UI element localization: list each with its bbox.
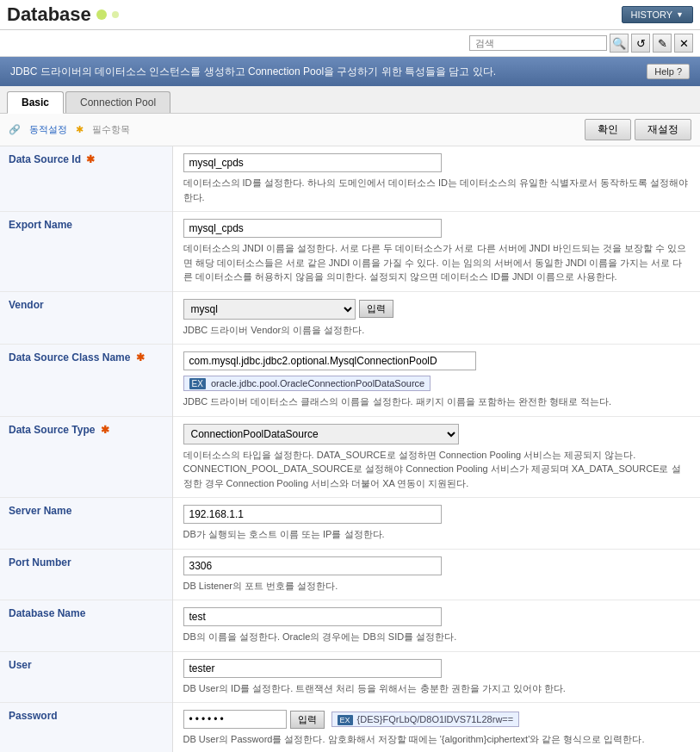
label-user: User	[0, 651, 172, 703]
user-input[interactable]	[183, 659, 442, 678]
content-area: 🔗 동적설정 ✱ 필수항목 확인 재설정 Data Source Id ✱ 데이…	[0, 114, 700, 752]
row-password: Password 입력 EX {DES}FQrLbQ/D8O1lDVS71L28…	[0, 703, 700, 753]
label-data-source-id: Data Source Id ✱	[0, 146, 172, 212]
value-port-number: DB Listener의 포트 번호를 설정한다.	[172, 549, 700, 600]
action-bar: 🔗 동적설정 ✱ 필수항목 확인 재설정	[0, 114, 700, 146]
label-vendor: Vendor	[0, 291, 172, 345]
label-export-name: Export Name	[0, 212, 172, 292]
edit-button[interactable]: ✎	[653, 34, 672, 53]
value-server-name: DB가 실행되는 호스트 이름 또는 IP를 설정한다.	[172, 498, 700, 550]
search-input[interactable]	[469, 35, 607, 51]
server-name-input[interactable]	[183, 505, 442, 524]
value-user: DB User의 ID를 설정한다. 트랜잭션 처리 등을 위해서는 충분한 권…	[172, 651, 700, 703]
label-password: Password	[0, 703, 172, 753]
help-button[interactable]: Help ?	[647, 64, 690, 79]
label-database-name: Database Name	[0, 600, 172, 652]
password-input-button[interactable]: 입력	[290, 711, 325, 729]
desc-user: DB User의 ID를 설정한다. 트랜잭션 처리 등을 위해서는 충분한 권…	[183, 681, 691, 696]
question-icon: ?	[677, 66, 682, 77]
class-hint: EX oracle.jdbc.pool.OracleConnectionPool…	[183, 376, 431, 391]
required-star-id: ✱	[86, 153, 95, 165]
password-input[interactable]	[183, 710, 287, 729]
row-database-name: Database Name DB의 이름을 설정한다. Oracle의 경우에는…	[0, 600, 700, 652]
desc-database-name: DB의 이름을 설정한다. Oracle의 경우에는 DB의 SID를 설정한다…	[183, 630, 691, 644]
dynamic-setting-label: 동적설정	[29, 123, 67, 136]
desc-port-number: DB Listener의 포트 번호를 설정한다.	[183, 579, 691, 594]
port-number-input[interactable]	[183, 556, 442, 575]
toolbar: 🔍 ↺ ✎ ✕	[0, 30, 700, 57]
value-password: 입력 EX {DES}FQrLbQ/D8O1lDVS71L28rw== DB U…	[172, 703, 700, 753]
link-icon-password: EX	[338, 715, 353, 725]
value-database-name: DB의 이름을 설정한다. Oracle의 경우에는 DB의 SID를 설정한다…	[172, 600, 700, 652]
label-data-source-class-name: Data Source Class Name ✱	[0, 345, 172, 417]
row-server-name: Server Name DB가 실행되는 호스트 이름 또는 IP를 설정한다.	[0, 498, 700, 550]
delete-button[interactable]: ✕	[674, 34, 693, 53]
title-dot1	[96, 9, 107, 20]
top-bar: Database HISTORY	[0, 0, 700, 30]
data-source-id-input[interactable]	[183, 153, 442, 172]
search-button[interactable]: 🔍	[610, 34, 629, 53]
title-text: Database	[7, 3, 91, 26]
desc-data-source-class-name: JDBC 드라이버 데이터소스 클래스의 이름을 설정한다. 패키지 이름을 포…	[183, 395, 691, 409]
title-dot2	[112, 11, 119, 18]
page-title: Database	[7, 3, 119, 26]
desc-password: DB User의 Password를 설정한다. 암호화해서 저장할 때에는 '…	[183, 732, 691, 747]
desc-data-source-type: 데이터소스의 타입을 설정한다. DATA_SOURCE로 설정하면 Conne…	[183, 448, 691, 491]
help-label: Help	[654, 66, 674, 77]
vendor-select[interactable]: mysql oracle db2 mssql	[183, 299, 356, 320]
value-vendor: mysql oracle db2 mssql 입력 JDBC 드라이버 Vend…	[172, 291, 700, 345]
password-row: 입력 EX {DES}FQrLbQ/D8O1lDVS71L28rw==	[183, 710, 691, 729]
export-name-input[interactable]	[183, 219, 442, 238]
value-data-source-id: 데이터소스의 ID를 설정한다. 하나의 도메인에서 데이터소스 ID는 데이터…	[172, 146, 700, 212]
history-button[interactable]: HISTORY	[622, 6, 693, 23]
database-name-input[interactable]	[183, 607, 442, 626]
vendor-input-button[interactable]: 입력	[359, 300, 393, 318]
row-user: User DB User의 ID를 설정한다. 트랜잭션 처리 등을 위해서는 …	[0, 651, 700, 703]
refresh-button[interactable]: ↺	[631, 34, 650, 53]
desc-server-name: DB가 실행되는 호스트 이름 또는 IP를 설정한다.	[183, 527, 691, 542]
value-export-name: 데이터소스의 JNDI 이름을 설정한다. 서로 다른 두 데이터소스가 서로 …	[172, 212, 700, 292]
row-vendor: Vendor mysql oracle db2 mssql 입력 JDBC 드라…	[0, 291, 700, 345]
reset-button[interactable]: 재설정	[635, 119, 691, 140]
info-bar: JDBC 드라이버의 데이터소스 인스턴스를 생성하고 Connection P…	[0, 57, 700, 86]
action-left: 🔗 동적설정 ✱ 필수항목	[9, 123, 130, 136]
value-data-source-class-name: EX oracle.jdbc.pool.OracleConnectionPool…	[172, 345, 700, 417]
required-star-class: ✱	[136, 351, 145, 364]
encrypted-hint: EX {DES}FQrLbQ/D8O1lDVS71L28rw==	[331, 712, 520, 727]
label-data-source-type: Data Source Type ✱	[0, 416, 172, 498]
form-table: Data Source Id ✱ 데이터소스의 ID를 설정한다. 하나의 도메…	[0, 146, 700, 752]
value-data-source-type: ConnectionPoolDataSource DataSource XADa…	[172, 416, 700, 498]
vendor-row: mysql oracle db2 mssql 입력	[183, 299, 691, 320]
tab-basic[interactable]: Basic	[7, 91, 64, 114]
row-port-number: Port Number DB Listener의 포트 번호를 설정한다.	[0, 549, 700, 600]
tabs-container: Basic Connection Pool	[0, 86, 700, 114]
data-source-type-select[interactable]: ConnectionPoolDataSource DataSource XADa…	[183, 424, 459, 444]
desc-data-source-id: 데이터소스의 ID를 설정한다. 하나의 도메인에서 데이터소스 ID는 데이터…	[183, 176, 691, 204]
row-data-source-type: Data Source Type ✱ ConnectionPoolDataSou…	[0, 416, 700, 498]
required-star-icon: ✱	[76, 124, 84, 135]
label-port-number: Port Number	[0, 549, 172, 600]
row-data-source-class-name: Data Source Class Name ✱ EX oracle.jdbc.…	[0, 345, 700, 417]
desc-export-name: 데이터소스의 JNDI 이름을 설정한다. 서로 다른 두 데이터소스가 서로 …	[183, 241, 691, 284]
row-data-source-id: Data Source Id ✱ 데이터소스의 ID를 설정한다. 하나의 도메…	[0, 146, 700, 212]
action-right: 확인 재설정	[585, 119, 691, 140]
required-items-label: 필수항목	[92, 123, 130, 136]
desc-vendor: JDBC 드라이버 Vendor의 이름을 설정한다.	[183, 323, 691, 338]
required-star-type: ✱	[101, 424, 109, 436]
label-server-name: Server Name	[0, 498, 172, 550]
confirm-button[interactable]: 확인	[585, 119, 631, 140]
dynamic-setting-icon: 🔗	[9, 124, 21, 135]
row-export-name: Export Name 데이터소스의 JNDI 이름을 설정한다. 서로 다른 …	[0, 212, 700, 292]
info-text: JDBC 드라이버의 데이터소스 인스턴스를 생성하고 Connection P…	[10, 65, 496, 79]
data-source-class-name-input[interactable]	[183, 351, 476, 370]
tab-connection-pool[interactable]: Connection Pool	[65, 91, 170, 113]
ex-tag-class: EX	[189, 378, 206, 389]
